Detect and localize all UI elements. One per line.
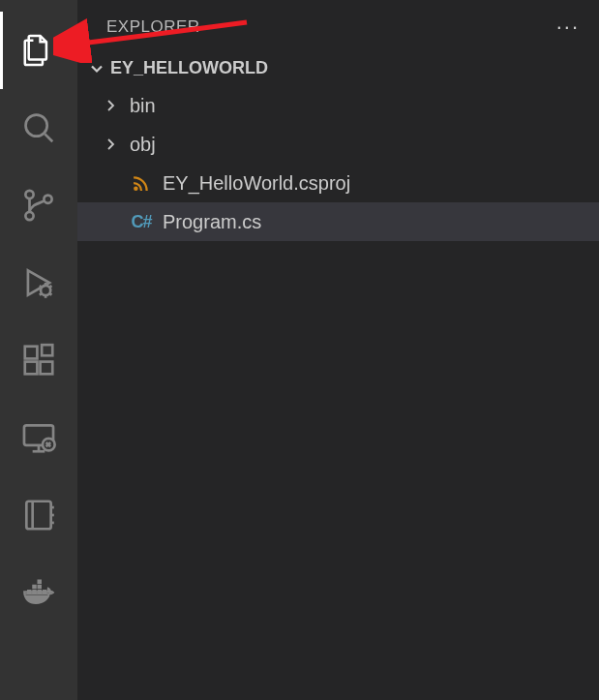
chevron-down-icon <box>87 59 106 78</box>
explorer-title: EXPLORER <box>106 17 200 37</box>
explorer-header: EXPLORER ··· <box>77 0 599 54</box>
folder-section-header[interactable]: EY_HELLOWORLD <box>77 54 599 82</box>
activity-source-control-icon[interactable] <box>0 167 77 244</box>
tree-item-label: obj <box>130 134 156 156</box>
tree-file-program-cs[interactable]: C# Program.cs <box>77 202 599 241</box>
activity-search-icon[interactable] <box>0 89 77 167</box>
svg-rect-30 <box>38 585 43 590</box>
tree-file-csproj[interactable]: EY_HelloWorld.csproj <box>77 164 599 202</box>
svg-rect-20 <box>26 502 50 530</box>
svg-point-5 <box>41 286 50 295</box>
svg-point-4 <box>44 196 51 203</box>
svg-point-3 <box>25 212 33 220</box>
chevron-right-icon <box>101 135 120 154</box>
activity-docker-icon[interactable] <box>0 554 77 631</box>
svg-point-32 <box>134 186 138 191</box>
svg-rect-31 <box>38 580 43 585</box>
svg-rect-13 <box>25 362 38 375</box>
svg-rect-15 <box>42 345 52 355</box>
folder-section-label: EY_HELLOWORLD <box>110 58 268 78</box>
file-tree: bin obj EY_HelloWorld.csproj C# Program.… <box>77 82 599 241</box>
activity-remote-explorer-icon[interactable] <box>0 399 77 476</box>
svg-line-10 <box>40 293 42 295</box>
tree-folder-obj[interactable]: obj <box>77 125 599 164</box>
explorer-sidebar: EXPLORER ··· EY_HELLOWORLD bin obj <box>77 0 599 700</box>
activity-run-debug-icon[interactable] <box>0 244 77 321</box>
tree-folder-bin[interactable]: bin <box>77 86 599 125</box>
xml-file-icon <box>130 174 153 192</box>
more-actions-icon[interactable]: ··· <box>556 15 580 40</box>
activity-notebook-icon[interactable] <box>0 476 77 554</box>
svg-line-9 <box>40 286 42 288</box>
tree-item-label: bin <box>130 95 156 117</box>
activity-extensions-icon[interactable] <box>0 321 77 399</box>
activity-explorer-icon[interactable] <box>0 12 77 89</box>
svg-rect-12 <box>25 347 38 359</box>
svg-rect-29 <box>32 585 37 590</box>
csharp-file-icon: C# <box>130 212 153 232</box>
chevron-right-icon <box>101 96 120 115</box>
svg-line-8 <box>49 293 51 295</box>
svg-point-0 <box>26 115 47 137</box>
tree-item-label: EY_HelloWorld.csproj <box>163 172 350 195</box>
tree-item-label: Program.cs <box>163 211 261 233</box>
svg-line-7 <box>49 286 51 288</box>
svg-rect-14 <box>41 362 53 375</box>
svg-line-1 <box>45 134 52 141</box>
svg-point-2 <box>25 191 33 198</box>
activity-bar <box>0 0 77 700</box>
